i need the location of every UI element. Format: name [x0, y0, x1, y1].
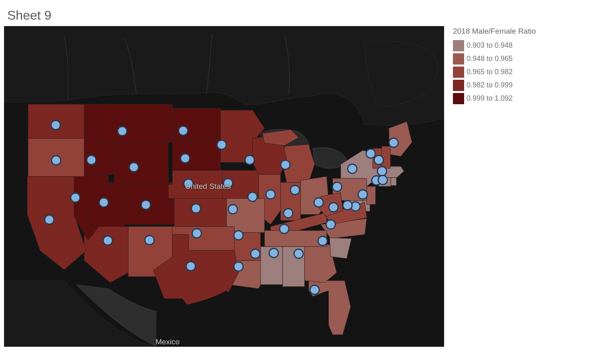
state-marker-pa[interactable] — [333, 182, 342, 192]
legend-swatch — [453, 93, 464, 104]
legend-label: 0.965 to 0.982 — [467, 68, 513, 76]
state-marker-nj[interactable] — [358, 190, 368, 199]
state-marker-ar[interactable] — [234, 231, 243, 240]
state-marker-co[interactable] — [141, 200, 151, 210]
legend: 2018 Male/Female Ratio 0.903 to 0.9480.9… — [453, 27, 536, 105]
state-marker-tn[interactable] — [280, 224, 289, 234]
state-marker-va[interactable] — [329, 203, 338, 212]
state-marker-me[interactable] — [389, 138, 398, 148]
state-marker-or[interactable] — [52, 156, 61, 165]
state-marker-mn[interactable] — [217, 140, 226, 150]
legend-label: 0.999 to 1.092 — [467, 94, 513, 103]
state-marker-il[interactable] — [248, 192, 257, 202]
state-marker-nv[interactable] — [71, 193, 80, 202]
legend-row[interactable]: 0.948 to 0.965 — [453, 52, 536, 65]
state-marker-nd[interactable] — [179, 126, 188, 135]
state-marker-sd[interactable] — [181, 154, 190, 163]
state-marker-id[interactable] — [87, 156, 96, 165]
state-marker-ne[interactable] — [184, 179, 193, 188]
state-marker-al[interactable] — [269, 249, 279, 258]
state-marker-nm[interactable] — [145, 236, 154, 245]
legend-swatch — [453, 40, 464, 51]
legend-row[interactable]: 0.999 to 1.092 — [453, 92, 536, 105]
state-marker-az[interactable] — [103, 236, 113, 245]
state-marker-mi[interactable] — [281, 160, 290, 170]
state-wy[interactable] — [114, 142, 168, 182]
state-marker-ok[interactable] — [192, 229, 202, 238]
state-marker-ny[interactable] — [348, 164, 357, 174]
state-marker-tx[interactable] — [186, 262, 196, 271]
legend-swatch — [453, 80, 464, 91]
legend-label: 0.903 to 0.948 — [467, 41, 513, 50]
state-marker-oh[interactable] — [291, 186, 300, 195]
state-marker-la[interactable] — [234, 262, 243, 271]
state-marker-nc[interactable] — [326, 220, 335, 229]
state-marker-ia[interactable] — [224, 179, 233, 188]
legend-label: 0.982 to 0.999 — [467, 81, 513, 89]
legend-title: 2018 Male/Female Ratio — [453, 27, 536, 36]
page-title: Sheet 9 — [7, 8, 590, 23]
map-viewport[interactable]: United States Mexico — [4, 26, 445, 347]
state-marker-ks[interactable] — [192, 204, 201, 213]
state-marker-mt[interactable] — [118, 127, 127, 136]
map-svg — [4, 26, 444, 347]
state-ri[interactable] — [391, 178, 396, 186]
legend-row[interactable]: 0.903 to 0.948 — [453, 39, 536, 52]
state-marker-ut[interactable] — [99, 198, 109, 207]
legend-label: 0.948 to 0.965 — [467, 55, 513, 63]
state-marker-mo[interactable] — [228, 205, 238, 214]
legend-swatch — [453, 53, 464, 65]
state-mt[interactable] — [96, 104, 172, 142]
state-nj[interactable] — [367, 186, 376, 204]
state-marker-in[interactable] — [266, 190, 275, 199]
state-marker-ri[interactable] — [378, 176, 388, 185]
state-marker-wi[interactable] — [245, 156, 255, 165]
state-marker-wa[interactable] — [51, 121, 61, 130]
state-marker-ca[interactable] — [45, 215, 54, 224]
state-marker-vt[interactable] — [366, 149, 376, 158]
legend-row[interactable]: 0.982 to 0.999 — [453, 79, 536, 92]
state-marker-sc[interactable] — [318, 237, 327, 246]
state-marker-ms[interactable] — [251, 249, 260, 259]
legend-row[interactable]: 0.965 to 0.982 — [453, 65, 536, 79]
state-marker-nh[interactable] — [374, 156, 384, 165]
state-ks[interactable] — [174, 198, 226, 226]
state-ne[interactable] — [168, 170, 222, 198]
state-marker-wy[interactable] — [129, 163, 139, 172]
state-marker-ma[interactable] — [378, 167, 387, 176]
legend-swatch — [453, 67, 464, 78]
state-tn[interactable] — [265, 231, 327, 247]
state-marker-ky[interactable] — [284, 209, 293, 218]
state-sd[interactable] — [172, 138, 220, 170]
state-marker-ga[interactable] — [294, 249, 303, 259]
state-marker-wv[interactable] — [314, 198, 323, 207]
state-marker-md[interactable] — [343, 201, 352, 210]
state-marker-fl[interactable] — [310, 285, 319, 295]
